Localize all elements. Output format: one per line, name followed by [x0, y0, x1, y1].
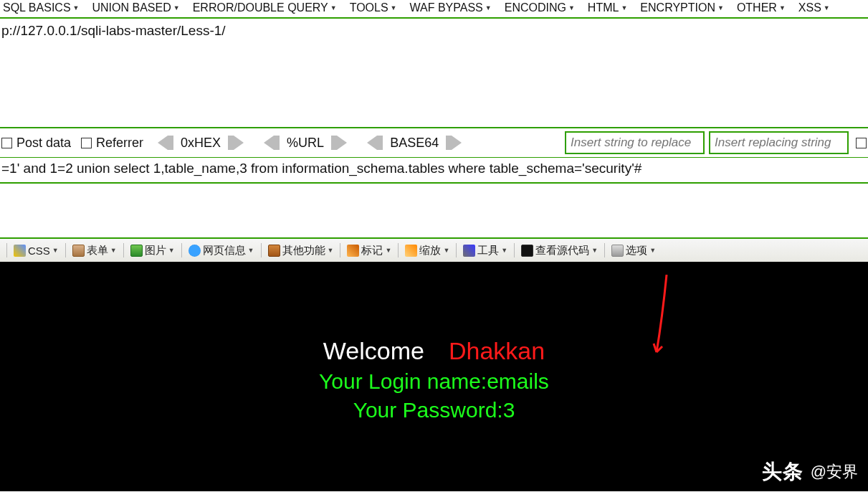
top-menu-bar: SQL BASICS ▼ UNION BASED ▼ ERROR/DOUBLE … [0, 0, 868, 17]
terminal-icon [521, 245, 533, 257]
toolbar-label: 查看源代码 [535, 244, 589, 257]
replace-target-input[interactable] [709, 131, 849, 154]
button-label: %URL [280, 136, 331, 151]
user-name-text: Dhakkan [449, 337, 545, 365]
watermark-brand: 头条 [762, 458, 803, 486]
arrow-right-icon [452, 136, 462, 150]
chevron-down-icon: ▼ [824, 4, 830, 11]
menu-label: OTHER [737, 1, 777, 14]
chevron-down-icon: ▼ [168, 247, 175, 254]
chevron-down-icon: ▼ [385, 247, 391, 254]
image-tool-button[interactable]: 图片 ▼ [129, 243, 176, 258]
chevron-down-icon: ▼ [443, 247, 449, 254]
menu-label: ERROR/DOUBLE QUERY [193, 1, 328, 14]
chevron-down-icon: ▼ [649, 247, 656, 254]
checkbox-icon [81, 138, 92, 148]
separator [456, 243, 457, 257]
wrench-icon [463, 245, 475, 257]
welcome-heading: Welcome Dhakkan [0, 337, 868, 365]
url-text: p://127.0.0.1/sqli-labs-master/Less-1/ [1, 23, 226, 38]
menu-encoding[interactable]: ENCODING ▼ [505, 1, 575, 14]
toolbar-label: 表单 [87, 244, 108, 257]
menu-label: ENCODING [505, 1, 566, 14]
url-encode-button[interactable]: %URL [264, 136, 347, 151]
url-input-row[interactable]: p://127.0.0.1/sqli-labs-master/Less-1/ [0, 17, 868, 44]
arrow-left-icon [367, 136, 377, 150]
chevron-down-icon: ▼ [248, 247, 254, 254]
separator [340, 243, 340, 257]
annotation-arrow-icon [652, 275, 669, 361]
menu-union-based[interactable]: UNION BASED ▼ [92, 1, 179, 14]
chevron-down-icon: ▼ [52, 247, 59, 254]
welcome-text: Welcome [323, 337, 424, 365]
button-label: BASE64 [383, 136, 446, 151]
replace-toggle-checkbox[interactable] [856, 138, 867, 148]
toolbar-label: 标记 [361, 244, 383, 257]
separator [6, 243, 7, 257]
mark-tool-button[interactable]: 标记 ▼ [345, 243, 393, 258]
hex-encode-button[interactable]: 0xHEX [158, 136, 244, 151]
other-tool-button[interactable]: 其他功能 ▼ [267, 243, 335, 258]
pencil-icon [347, 245, 359, 257]
watermark-author: @安界 [811, 461, 858, 483]
chevron-down-icon: ▼ [501, 247, 507, 254]
menu-label: XSS [798, 1, 821, 14]
separator [604, 243, 605, 257]
zoom-tool-button[interactable]: 缩放 ▼ [404, 243, 451, 258]
chevron-down-icon: ▼ [779, 4, 786, 11]
arrow-right-icon [234, 136, 244, 150]
chevron-down-icon: ▼ [73, 4, 80, 11]
chevron-down-icon: ▼ [330, 4, 337, 11]
menu-html[interactable]: HTML ▼ [588, 1, 627, 14]
base64-encode-button[interactable]: BASE64 [367, 136, 462, 151]
watermark: 头条 @安界 [762, 458, 858, 486]
separator [514, 243, 515, 257]
image-icon [130, 245, 143, 257]
menu-error-double-query[interactable]: ERROR/DOUBLE QUERY ▼ [193, 1, 337, 14]
menu-xss[interactable]: XSS ▼ [798, 1, 830, 14]
checkbox-icon [1, 138, 12, 148]
info-icon [189, 245, 201, 257]
password-output: Your Password:3 [0, 398, 868, 422]
separator [398, 243, 399, 257]
menu-waf-bypass[interactable]: WAF BYPASS ▼ [410, 1, 492, 14]
replace-source-input[interactable] [565, 131, 705, 154]
page-content: Welcome Dhakkan Your Login name:emails Y… [0, 262, 868, 491]
menu-label: ENCRYPTION [640, 1, 715, 14]
menu-label: HTML [588, 1, 619, 14]
menu-encryption[interactable]: ENCRYPTION ▼ [640, 1, 724, 14]
chevron-down-icon: ▼ [328, 247, 334, 254]
chevron-down-icon: ▼ [485, 4, 492, 11]
arrow-left-icon [264, 136, 274, 150]
css-tool-button[interactable]: CSS ▼ [12, 244, 60, 257]
menu-sql-basics[interactable]: SQL BASICS ▼ [3, 1, 79, 14]
form-tool-button[interactable]: 表单 ▼ [71, 243, 118, 258]
login-name-output: Your Login name:emails [0, 369, 868, 394]
menu-tools[interactable]: TOOLS ▼ [350, 1, 397, 14]
options-button[interactable]: 选项 ▼ [610, 243, 657, 258]
chevron-down-icon: ▼ [173, 4, 180, 11]
chevron-down-icon: ▼ [110, 247, 117, 254]
menu-other[interactable]: OTHER ▼ [737, 1, 786, 14]
query-text: =1' and 1=2 union select 1,table_name,3 … [1, 161, 642, 176]
chevron-down-icon: ▼ [568, 4, 575, 11]
page-info-button[interactable]: 网页信息 ▼ [187, 243, 256, 258]
tools-button[interactable]: 工具 ▼ [462, 243, 509, 258]
post-data-checkbox[interactable]: Post data [1, 136, 71, 151]
view-source-button[interactable]: 查看源代码 ▼ [520, 243, 599, 258]
button-label: 0xHEX [173, 136, 228, 151]
query-input[interactable]: =1' and 1=2 union select 1,table_name,3 … [0, 157, 868, 184]
gear-icon [611, 245, 624, 257]
menu-label: SQL BASICS [3, 1, 71, 14]
separator [181, 243, 182, 257]
arrow-right-icon [337, 136, 347, 150]
wand-icon [14, 245, 26, 257]
chevron-down-icon: ▼ [391, 4, 397, 11]
referrer-checkbox[interactable]: Referrer [81, 136, 143, 151]
toolbar-label: 网页信息 [203, 244, 246, 257]
menu-label: WAF BYPASS [410, 1, 483, 14]
devtools-toolbar: CSS ▼ 表单 ▼ 图片 ▼ 网页信息 ▼ 其他功能 ▼ 标记 ▼ 缩放 ▼ … [0, 237, 868, 262]
separator [65, 243, 66, 257]
empty-space [0, 44, 868, 127]
book-icon [268, 245, 280, 257]
